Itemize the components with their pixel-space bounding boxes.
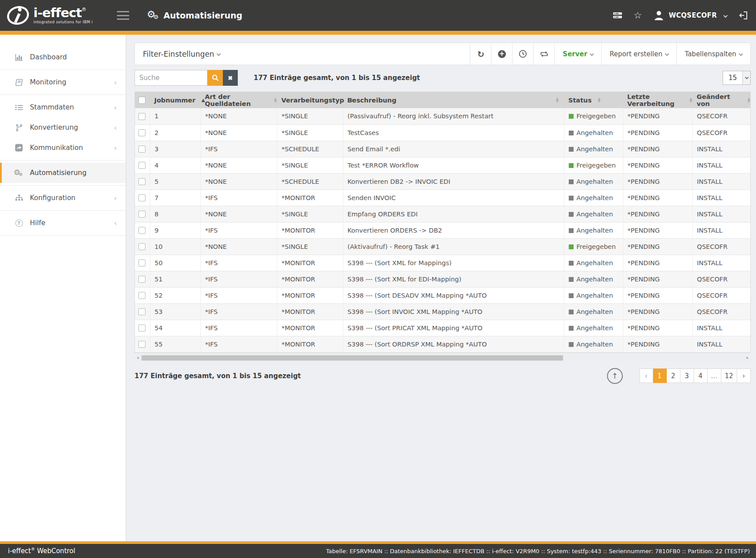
question-circle-icon: ? — [13, 219, 25, 227]
main-content: Filter-Einstellungen ↻ + Server Report e… — [126, 35, 756, 541]
app-logo: i-effect® integrated solutions for IBM i — [6, 4, 107, 26]
create-report-dropdown[interactable]: Report erstellen — [601, 43, 676, 65]
row-checkbox[interactable] — [138, 243, 145, 250]
cell-status: Angehalten — [564, 287, 623, 303]
row-checkbox[interactable] — [138, 211, 145, 218]
column-header-quelldateien[interactable]: Art der Quelldateien▲▼ — [200, 92, 277, 108]
server-rack-icon[interactable] — [613, 11, 622, 19]
scroll-left-arrow[interactable]: ‹ — [134, 355, 142, 361]
row-checkbox[interactable] — [138, 227, 145, 234]
pagination-page-12[interactable]: 12 — [721, 368, 737, 383]
sidebar-item-monitoring[interactable]: Monitoring ‹ — [0, 72, 126, 92]
row-checkbox[interactable] — [138, 113, 145, 120]
status-square-icon — [569, 277, 574, 282]
table-columns-dropdown[interactable]: Tabellenspalten — [676, 43, 750, 65]
cell-quelldateien: *IFS — [200, 287, 277, 303]
row-checkbox[interactable] — [138, 146, 145, 153]
refresh-button[interactable]: ↻ — [470, 43, 491, 65]
repeat-button[interactable] — [533, 43, 554, 65]
row-checkbox[interactable] — [138, 129, 145, 136]
add-button[interactable]: + — [491, 43, 512, 65]
row-checkbox[interactable] — [138, 259, 145, 266]
filter-settings-dropdown[interactable]: Filter-Einstellungen — [135, 43, 228, 65]
scrollbar-track[interactable] — [142, 355, 744, 361]
cell-verarbeitungstyp: *SINGLE — [277, 157, 343, 173]
column-header-verarbeitungstyp[interactable]: Verarbeitungstyp▲▼ — [277, 92, 343, 108]
cell-verarbeitungstyp: *SINGLE — [277, 124, 343, 141]
pagination-page-4[interactable]: 4 — [694, 368, 708, 383]
scrollbar-thumb[interactable] — [142, 355, 563, 361]
cell-verarbeitungstyp: *SINGLE — [277, 206, 343, 222]
sort-icon: ▲▼ — [274, 98, 277, 103]
row-checkbox[interactable] — [138, 341, 145, 348]
cell-verarbeitungstyp: *MONITOR — [277, 287, 343, 303]
column-header-jobnummer[interactable]: Jobnummer▲ — [150, 92, 200, 108]
sidebar-item-dashboard[interactable]: Dashboard — [0, 47, 126, 67]
row-checkbox[interactable] — [138, 276, 145, 283]
search-input[interactable] — [134, 70, 207, 86]
sidebar-item-konfiguration[interactable]: Konfiguration ‹ — [0, 188, 126, 208]
row-checkbox[interactable] — [138, 162, 145, 169]
chevron-left-icon: ‹ — [114, 103, 117, 112]
sidebar-item-hilfe[interactable]: ? Hilfe ‹ — [0, 213, 126, 233]
cell-letzte-verarbeitung: *PENDING — [623, 271, 692, 287]
favorites-star-icon[interactable]: ☆ — [634, 10, 642, 21]
user-menu[interactable]: WCQSECOFR — [653, 10, 727, 21]
pagination-prev[interactable]: ‹ — [640, 368, 653, 383]
pagination-page-3[interactable]: 3 — [680, 368, 694, 383]
sidebar-item-automatisierung[interactable]: ⚙⚙ Automatisierung — [0, 163, 126, 183]
cell-status: Angehalten — [564, 141, 623, 157]
bottom-row: 177 Einträge gesamt, von 1 bis 15 angeze… — [134, 368, 751, 384]
logout-icon[interactable] — [738, 11, 748, 20]
row-checkbox[interactable] — [138, 308, 145, 315]
filter-settings-label: Filter-Einstellungen — [143, 50, 214, 58]
clear-search-button[interactable]: ✖ — [223, 70, 238, 86]
menu-toggle-icon[interactable] — [117, 11, 129, 20]
cell-jobnummer: 52 — [150, 287, 200, 303]
server-dropdown[interactable]: Server — [554, 43, 601, 65]
cell-letzte-verarbeitung: *PENDING — [623, 206, 692, 222]
table-row: 8 *NONE *SINGLE Empfang ORDERS EDI Angeh… — [135, 206, 750, 222]
cell-status: Angehalten — [564, 173, 623, 190]
cell-quelldateien: *NONE — [200, 124, 277, 141]
sidebar-item-stammdaten[interactable]: Stammdaten ‹ — [0, 97, 126, 117]
controls-row: ✖ 177 Einträge gesamt, von 1 bis 15 ange… — [134, 70, 751, 86]
cell-quelldateien: *IFS — [200, 303, 277, 320]
cell-quelldateien: *NONE — [200, 206, 277, 222]
pagination-ellipsis[interactable]: ... — [708, 368, 721, 383]
scroll-to-top-button[interactable]: ↑ — [607, 368, 623, 384]
row-checkbox[interactable] — [138, 178, 145, 185]
sidebar-item-kommunikation[interactable]: Kommunikation ‹ — [0, 138, 126, 158]
table-row: 50 *IFS *MONITOR S398 --- (Sort XML for … — [135, 255, 750, 271]
select-all-checkbox[interactable] — [138, 97, 145, 104]
cell-geaendert-von: QSECOFR — [692, 108, 750, 124]
row-checkbox[interactable] — [138, 325, 145, 332]
sidebar-divider — [0, 185, 126, 186]
cell-quelldateien: *NONE — [200, 238, 277, 255]
schedule-button[interactable] — [512, 43, 533, 65]
search-button[interactable] — [207, 70, 223, 86]
row-checkbox[interactable] — [138, 292, 145, 299]
jobs-table: Jobnummer▲ Art der Quelldateien▲▼ Verarb… — [134, 91, 751, 353]
column-header-geaendert-von[interactable]: Geändert von▲▼ — [692, 92, 750, 108]
column-header-beschreibung[interactable]: Beschreibung▲▼ — [343, 92, 564, 108]
pagination-next[interactable]: › — [737, 368, 751, 383]
chevron-left-icon: ‹ — [114, 194, 117, 202]
sidebar-item-konvertierung[interactable]: Konvertierung ‹ — [0, 117, 126, 138]
cell-quelldateien: *IFS — [200, 190, 277, 206]
cell-letzte-verarbeitung: *PENDING — [623, 108, 692, 124]
table-row: 1 *NONE *SINGLE (Passivaufruf) - Reorg i… — [135, 108, 750, 124]
status-square-icon — [569, 228, 574, 233]
column-header-status[interactable]: Status▲▼ — [564, 92, 623, 108]
row-checkbox[interactable] — [138, 194, 145, 201]
cell-verarbeitungstyp: *MONITOR — [277, 222, 343, 238]
scroll-right-arrow[interactable]: › — [744, 355, 751, 361]
page-size-select[interactable]: 15 — [723, 71, 751, 85]
cell-geaendert-von: INSTALL — [692, 255, 750, 271]
cell-verarbeitungstyp: *MONITOR — [277, 271, 343, 287]
column-header-letzte-verarbeitung[interactable]: Letzte Verarbeitung▲▼ — [623, 92, 692, 108]
pagination-page-1[interactable]: 1 — [653, 368, 667, 383]
cell-letzte-verarbeitung: *PENDING — [623, 222, 692, 238]
status-square-icon — [569, 326, 574, 331]
pagination-page-2[interactable]: 2 — [667, 368, 680, 383]
